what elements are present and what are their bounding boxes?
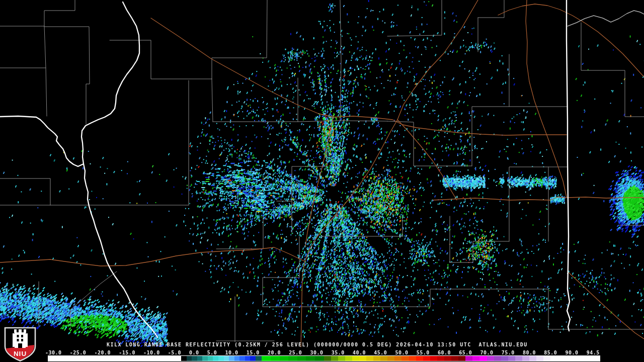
colorbar-segment: [529, 356, 536, 361]
colorbar-segment: [229, 356, 234, 361]
colorbar-segment: [202, 356, 208, 361]
colorbar-segment: [366, 356, 373, 361]
colorbar-segment: [501, 356, 508, 361]
colorbar-segment: [280, 356, 289, 361]
colorbar-segment: [444, 356, 451, 361]
colorbar-segment: [331, 356, 338, 361]
scale-label: 65.0: [459, 350, 472, 355]
colorbar-scale-labels: -30.0-25.0-20.0-15.0-10.0-5.00.05.010.01…: [45, 350, 600, 355]
colorbar-segment: [487, 356, 494, 361]
colorbar-segment: [187, 356, 192, 361]
colorbar-segment: [192, 356, 197, 361]
colorbar-segment: [250, 356, 256, 361]
colorbar-segment: [394, 356, 401, 361]
colorbar-segment: [181, 356, 187, 361]
scale-label: 80.0: [523, 350, 536, 355]
colorbar-segment: [345, 356, 352, 361]
radar-viewer: { "header": { "caption": "KILX LONG RANG…: [0, 0, 644, 362]
colorbar-segment: [430, 356, 437, 361]
colorbar-segment: [494, 356, 501, 361]
colorbar-segment: [543, 356, 550, 361]
castle-icon: [13, 329, 28, 348]
colorbar-segment: [536, 356, 543, 361]
colorbar-segment: [213, 356, 218, 361]
scale-label: 55.0: [417, 350, 430, 355]
scale-label: -10.0: [143, 350, 160, 355]
product-caption: KILX LONG RANGE BASE REFLECTIVITY (0.25K…: [107, 342, 528, 347]
colorbar-segment: [256, 356, 262, 361]
colorbar-segment: [338, 356, 345, 361]
colorbar-segment: [262, 356, 271, 361]
colorbar-segment: [271, 356, 280, 361]
colorbar-segment: [401, 356, 409, 361]
scale-label: -30.0: [45, 350, 62, 355]
scale-label: -15.0: [119, 350, 135, 355]
colorbar-segment: [239, 356, 245, 361]
niu-logo: NIU: [4, 326, 37, 361]
colorbar-segment: [373, 356, 380, 361]
colorbar-segment: [234, 356, 240, 361]
radar-map-canvas: [0, 0, 644, 362]
scale-label: 75.0: [502, 350, 515, 355]
scale-label: 45.0: [374, 350, 387, 355]
scale-label: 35.0: [332, 350, 345, 355]
colorbar-segment: [387, 356, 394, 361]
logo-text: NIU: [14, 350, 27, 357]
scale-label: 70.0: [480, 350, 494, 355]
colorbar-segment: [306, 356, 315, 361]
colorbar-segment: [508, 356, 515, 361]
scale-label: 5.0: [207, 350, 217, 355]
colorbar-segment: [208, 356, 213, 361]
scale-label: 15.0: [247, 350, 260, 355]
colorbar-segment: [416, 356, 423, 361]
scale-label: 0.0: [189, 350, 199, 355]
colorbar-segment: [288, 356, 297, 361]
colorbar-segment: [451, 356, 458, 361]
colorbar-segment: [522, 356, 529, 361]
colorbar-segment: [409, 356, 416, 361]
colorbar-segment: [465, 356, 472, 361]
colorbar-segment: [423, 356, 430, 361]
colorbar-segment: [315, 356, 324, 361]
colorbar-segment: [515, 356, 522, 361]
colorbar-segment: [197, 356, 203, 361]
scale-label: 30.0: [310, 350, 324, 355]
colorbar-segment: [245, 356, 251, 361]
colorbar-segment: [550, 356, 600, 361]
scale-label: 60.0: [438, 350, 451, 355]
colorbar-segment: [352, 356, 359, 361]
colorbar-segment: [479, 356, 487, 361]
colorbar-segment: [224, 356, 229, 361]
scale-label: 85.0: [544, 350, 557, 355]
colorbar-segment: [324, 356, 331, 361]
colorbar-segment: [218, 356, 224, 361]
scale-label: -25.0: [70, 350, 87, 355]
scale-label: 40.0: [353, 350, 366, 355]
colorbar-segment: [472, 356, 479, 361]
scale-label: 25.0: [289, 350, 302, 355]
scale-label: 50.0: [395, 350, 409, 355]
scale-label: 10.0: [225, 350, 238, 355]
colorbar-segment: [437, 356, 444, 361]
scale-label: 94.5: [587, 350, 600, 355]
colorbar-segment: [458, 356, 465, 361]
scale-label: -20.0: [95, 350, 111, 355]
colorbar-segment: [359, 356, 366, 361]
scale-label: 20.0: [268, 350, 281, 355]
colorbar-segment: [380, 356, 387, 361]
scale-label: 90.0: [566, 350, 579, 355]
colorbar-segment: [297, 356, 306, 361]
colorbar: [48, 355, 600, 361]
scale-label: -5.0: [168, 350, 181, 355]
